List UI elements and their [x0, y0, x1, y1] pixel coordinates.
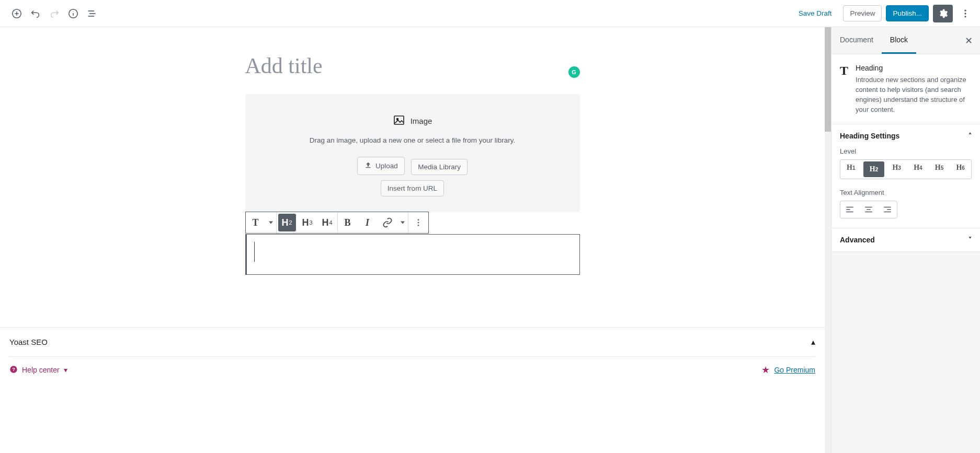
chevron-up-icon: ˄	[968, 132, 972, 140]
yoast-panel-header[interactable]: Yoast SEO ▴	[9, 328, 815, 357]
svg-rect-6	[88, 10, 95, 11]
align-left-button[interactable]	[840, 201, 859, 218]
svg-point-18	[417, 225, 419, 226]
grammarly-badge-icon[interactable]: G	[568, 66, 580, 78]
svg-rect-21	[846, 207, 853, 208]
svg-marker-14	[269, 222, 273, 224]
svg-rect-29	[884, 212, 891, 213]
yoast-help-label: Help center	[22, 366, 60, 374]
media-library-button[interactable]: Media Library	[411, 159, 468, 175]
image-block-label: Image	[411, 117, 432, 125]
heading-block-input[interactable]	[245, 234, 580, 275]
level-h3-button[interactable]: H3	[886, 160, 907, 179]
editor-canvas[interactable]: Add title G Image Drag an image, upload …	[0, 27, 825, 453]
advanced-toggle[interactable]: Advanced ˅	[831, 228, 980, 251]
svg-rect-12	[394, 116, 404, 124]
advanced-section: Advanced ˅	[831, 228, 980, 252]
advanced-title: Advanced	[840, 236, 875, 244]
heading-settings-section: Heading Settings ˄ Level H1 H2 H3 H4 H5 …	[831, 124, 980, 228]
block-intro: T Heading Introduce new sections and org…	[831, 54, 980, 124]
level-h1-button[interactable]: H1	[840, 160, 862, 179]
alignment-label: Text Alignment	[840, 189, 972, 196]
top-toolbar-left	[7, 4, 101, 23]
yoast-panel: Yoast SEO ▴ ? Help center ▾ ★ Go Premium	[0, 327, 825, 383]
level-h4-button[interactable]: H4	[907, 160, 929, 179]
heading-type-icon: T	[840, 64, 848, 114]
info-button[interactable]	[64, 4, 83, 23]
upload-icon	[364, 161, 372, 171]
insert-from-url-button[interactable]: Insert from URL	[381, 180, 444, 196]
block-type-dropdown-icon[interactable]	[266, 212, 276, 233]
svg-rect-24	[865, 207, 872, 208]
more-menu-button[interactable]	[956, 4, 975, 23]
collapse-up-icon[interactable]: ▴	[811, 337, 815, 347]
image-block-description: Drag an image, upload a new one or selec…	[256, 136, 569, 144]
svg-rect-25	[867, 210, 871, 211]
add-block-button[interactable]	[7, 4, 26, 23]
top-toolbar-right: Save Draft Preview Publish...	[791, 4, 975, 23]
image-block-placeholder[interactable]: Image Drag an image, upload a new one or…	[245, 94, 580, 212]
toolbar-h3-button[interactable]: H3	[298, 212, 317, 233]
undo-button[interactable]	[26, 4, 45, 23]
bold-button[interactable]: B	[338, 212, 358, 233]
image-icon	[393, 114, 405, 128]
italic-button[interactable]: I	[358, 212, 378, 233]
svg-point-10	[964, 13, 966, 14]
close-sidebar-button[interactable]: ✕	[958, 30, 980, 52]
text-alignment-selector	[840, 201, 897, 218]
svg-point-11	[964, 16, 966, 17]
align-center-button[interactable]	[859, 201, 878, 218]
settings-button[interactable]	[933, 5, 953, 22]
svg-text:?: ?	[12, 367, 15, 372]
go-premium-link[interactable]: Go Premium	[774, 366, 815, 374]
toolbar-h4-button[interactable]: H4	[317, 212, 337, 233]
svg-rect-7	[89, 13, 96, 14]
level-h2-button[interactable]: H2	[863, 161, 885, 177]
more-rich-text-dropdown-icon[interactable]	[397, 212, 408, 233]
star-icon: ★	[761, 364, 770, 376]
chevron-down-icon: ˅	[968, 236, 972, 243]
block-intro-title: Heading	[856, 64, 972, 72]
preview-button[interactable]: Preview	[843, 5, 882, 21]
link-button[interactable]	[378, 212, 397, 233]
scrollbar-thumb[interactable]	[825, 27, 831, 132]
top-toolbar: Save Draft Preview Publish...	[0, 0, 980, 27]
redo-button[interactable]	[45, 4, 64, 23]
svg-rect-26	[865, 212, 872, 213]
svg-point-17	[417, 222, 419, 224]
block-type-switcher[interactable]: T	[246, 212, 266, 233]
outline-button[interactable]	[83, 4, 101, 23]
level-label: Level	[840, 147, 972, 155]
scrollbar[interactable]	[825, 27, 831, 453]
svg-point-9	[964, 9, 966, 11]
svg-rect-23	[846, 212, 853, 213]
align-right-button[interactable]	[878, 201, 897, 218]
svg-rect-28	[887, 210, 891, 211]
heading-settings-title: Heading Settings	[840, 132, 899, 140]
help-icon: ?	[9, 365, 18, 375]
level-h5-button[interactable]: H5	[929, 160, 950, 179]
save-draft-link[interactable]: Save Draft	[791, 9, 839, 17]
settings-sidebar: Document Block ✕ T Heading Introduce new…	[831, 27, 980, 453]
yoast-help-center[interactable]: ? Help center ▾	[9, 365, 67, 375]
tab-document[interactable]: Document	[831, 27, 882, 54]
publish-button[interactable]: Publish...	[886, 5, 929, 21]
block-toolbar: T H2 H3 H4 B I	[245, 212, 429, 234]
svg-rect-8	[88, 16, 95, 17]
svg-rect-22	[846, 210, 850, 211]
upload-button[interactable]: Upload	[357, 157, 405, 175]
heading-settings-toggle[interactable]: Heading Settings ˄	[831, 124, 980, 147]
heading-level-selector: H1 H2 H3 H4 H5 H6	[840, 159, 972, 179]
block-intro-description: Introduce new sections and organize cont…	[856, 75, 972, 114]
tab-block[interactable]: Block	[882, 27, 916, 54]
block-more-menu[interactable]	[408, 212, 428, 233]
svg-rect-27	[884, 207, 891, 208]
chevron-down-icon: ▾	[64, 366, 67, 374]
svg-marker-15	[401, 222, 405, 224]
upload-label: Upload	[375, 162, 398, 170]
toolbar-h2-button[interactable]: H2	[278, 214, 296, 231]
post-title-input[interactable]: Add title	[245, 48, 580, 94]
level-h6-button[interactable]: H6	[950, 160, 971, 179]
svg-point-16	[417, 219, 419, 220]
text-cursor	[254, 242, 572, 262]
